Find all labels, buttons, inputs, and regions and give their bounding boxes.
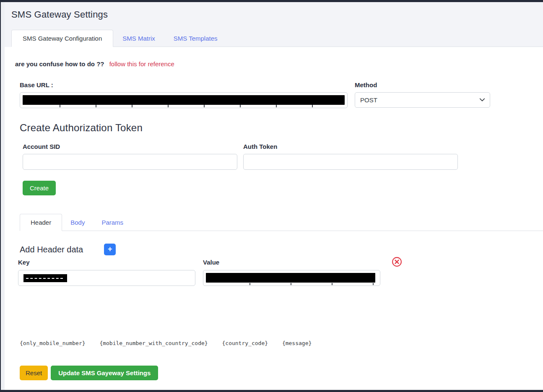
value-field-group: Value — [203, 259, 380, 286]
tab-params[interactable]: Params — [93, 214, 132, 231]
page-header: SMS Gateway Settings SMS Gateway Configu… — [5, 2, 543, 47]
token-only-mobile-number: {only_mobile_number} — [20, 340, 86, 346]
remove-header-icon[interactable] — [392, 257, 402, 267]
window-frame-left — [0, 0, 1, 392]
footer-actions: Reset Update SMS Gayeway Settings — [20, 366, 543, 380]
update-settings-button[interactable]: Update SMS Gayeway Settings — [51, 366, 158, 380]
method-select[interactable]: POST — [355, 92, 490, 108]
auth-token-label: Auth Token — [243, 143, 458, 150]
placeholder-tokens-row: {only_mobile_number} {mobile_number_with… — [20, 340, 543, 346]
token-message: {message} — [282, 340, 312, 346]
base-url-label: Base URL : — [20, 81, 348, 88]
add-header-row: Add Header data + — [20, 244, 543, 255]
add-header-title: Add Header data — [20, 245, 83, 254]
redaction-descenders — [24, 105, 343, 107]
token-mobile-number-with-country-code: {mobile_number_with_country_code} — [99, 340, 208, 346]
tab-sms-templates[interactable]: SMS Templates — [164, 30, 227, 47]
base-url-input[interactable] — [20, 92, 348, 108]
account-sid-field-group: Account SID — [23, 143, 237, 170]
reset-button[interactable]: Reset — [20, 366, 48, 380]
tab-body[interactable]: Body — [62, 214, 93, 231]
request-tab-bar-wrap: Header Body Params — [20, 214, 543, 231]
main-content: are you confuse how to do ?? follow this… — [5, 49, 543, 380]
key-label: Key — [18, 259, 195, 266]
add-header-button[interactable]: + — [104, 244, 116, 255]
tab-header[interactable]: Header — [20, 214, 62, 231]
method-field-group: Method POST — [355, 81, 490, 108]
auth-fields-row: Account SID Auth Token — [20, 143, 543, 170]
auth-section-title: Create Authorization Token — [20, 122, 543, 134]
base-url-field-group: Base URL : — [20, 81, 348, 108]
token-country-code: {country_code} — [222, 340, 268, 346]
hint-question: are you confuse how to do ?? — [15, 60, 104, 67]
redaction-dashes — [26, 278, 63, 279]
auth-token-field-group: Auth Token — [243, 143, 458, 170]
gateway-form: Base URL : Method POST Create Auth — [15, 81, 543, 195]
tab-sms-matrix[interactable]: SMS Matrix — [113, 30, 164, 47]
account-sid-input[interactable] — [23, 154, 237, 170]
redaction-bar — [206, 273, 375, 283]
redaction-bar — [23, 274, 67, 282]
method-label: Method — [355, 81, 490, 88]
value-label: Value — [203, 259, 380, 266]
method-select-wrap: POST — [355, 92, 490, 108]
page-title: SMS Gateway Settings — [11, 9, 543, 20]
create-button[interactable]: Create — [23, 181, 56, 195]
hint-row: are you confuse how to do ?? follow this… — [15, 60, 543, 67]
window-frame-top — [0, 0, 543, 2]
tab-sms-gateway-configuration[interactable]: SMS Gateway Configuration — [11, 30, 113, 47]
key-value-row: Key Value — [18, 259, 543, 286]
reference-link[interactable]: follow this for reference — [109, 60, 174, 67]
key-input[interactable] — [18, 270, 195, 286]
key-field-group: Key — [18, 259, 195, 286]
auth-token-input[interactable] — [243, 154, 458, 170]
value-input[interactable] — [203, 270, 380, 286]
redaction-descenders — [209, 283, 374, 285]
request-tab-bar: Header Body Params — [20, 214, 543, 231]
window-frame-bottom — [0, 390, 543, 392]
main-tab-bar: SMS Gateway Configuration SMS Matrix SMS… — [11, 30, 543, 47]
page-left-gutter — [1, 2, 5, 390]
redaction-bar — [23, 95, 345, 105]
account-sid-label: Account SID — [23, 143, 237, 150]
base-url-method-row: Base URL : Method POST — [20, 81, 543, 108]
